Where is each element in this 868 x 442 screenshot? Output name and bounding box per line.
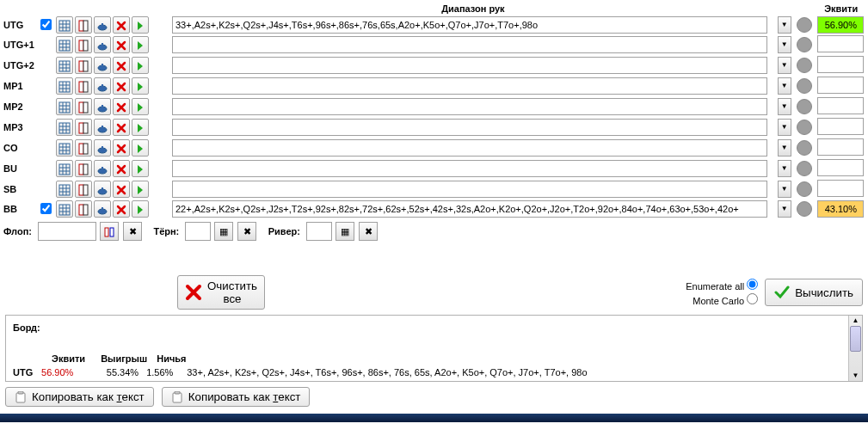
range-dropdown-button[interactable]: ▼ <box>778 98 791 115</box>
range-grid-button[interactable] <box>56 139 73 157</box>
range-dropdown-button[interactable]: ▼ <box>778 119 791 136</box>
hand-picker-button[interactable] <box>75 200 92 218</box>
range-input[interactable] <box>172 16 767 34</box>
hand-picker-button[interactable] <box>75 57 92 74</box>
enable-checkbox[interactable] <box>40 19 52 30</box>
apply-button[interactable] <box>132 36 149 53</box>
range-input[interactable] <box>172 139 767 157</box>
clear-range-button[interactable] <box>113 36 130 53</box>
range-dropdown-button[interactable]: ▼ <box>778 57 791 74</box>
range-dropdown-button[interactable]: ▼ <box>778 36 791 53</box>
turn-clear-button[interactable]: ✖ <box>237 222 256 241</box>
range-input[interactable] <box>172 200 767 218</box>
clear-range-button[interactable] <box>113 77 130 95</box>
flop-clear-button[interactable]: ✖ <box>123 222 142 241</box>
range-input[interactable] <box>172 119 767 136</box>
river-picker-button[interactable]: ▦ <box>336 222 354 241</box>
montecarlo-radio[interactable] <box>747 293 758 304</box>
range-grid-button[interactable] <box>56 160 73 177</box>
range-grid-button[interactable] <box>56 119 73 136</box>
apply-button[interactable] <box>132 181 149 198</box>
range-dropdown-button[interactable]: ▼ <box>778 200 791 218</box>
range-grid-button[interactable] <box>56 36 73 53</box>
hand-picker-button[interactable] <box>75 119 92 136</box>
apply-button[interactable] <box>132 77 149 95</box>
hand-picker-button[interactable] <box>75 160 92 177</box>
range-grid-button[interactable] <box>56 200 73 218</box>
hand-picker-button[interactable] <box>75 16 92 34</box>
range-dropdown-button[interactable]: ▼ <box>778 160 791 177</box>
enable-checkbox[interactable] <box>40 203 52 214</box>
range-input[interactable] <box>172 77 767 95</box>
clear-all-button[interactable]: Очиститьвсе <box>177 275 265 310</box>
turn-picker-button[interactable]: ▦ <box>214 222 233 241</box>
apply-button[interactable] <box>132 16 149 34</box>
color-dot-button[interactable] <box>797 181 812 197</box>
weights-button[interactable] <box>94 200 111 218</box>
hand-picker-button[interactable] <box>75 139 92 157</box>
flop-picker-button[interactable] <box>100 222 119 241</box>
color-dot-button[interactable] <box>797 201 812 217</box>
weights-button[interactable] <box>94 77 111 95</box>
range-grid-button[interactable] <box>56 57 73 74</box>
clear-range-button[interactable] <box>113 16 130 34</box>
color-dot-button[interactable] <box>797 78 812 94</box>
clear-range-button[interactable] <box>113 160 130 177</box>
range-grid-button[interactable] <box>56 98 73 115</box>
color-dot-button[interactable] <box>797 99 812 114</box>
weights-button[interactable] <box>94 57 111 74</box>
clear-range-button[interactable] <box>113 57 130 74</box>
weights-button[interactable] <box>94 181 111 198</box>
range-dropdown-button[interactable]: ▼ <box>778 181 791 198</box>
apply-button[interactable] <box>132 200 149 218</box>
turn-input[interactable] <box>185 222 211 241</box>
apply-button[interactable] <box>132 57 149 74</box>
weights-button[interactable] <box>94 139 111 157</box>
range-dropdown-button[interactable]: ▼ <box>778 16 791 34</box>
range-input[interactable] <box>172 98 767 115</box>
river-clear-button[interactable]: ✖ <box>359 222 378 241</box>
weights-button[interactable] <box>94 36 111 53</box>
range-input[interactable] <box>172 57 767 74</box>
hand-picker-button[interactable] <box>75 181 92 198</box>
clear-range-button[interactable] <box>113 181 130 198</box>
hand-picker-button[interactable] <box>75 77 92 95</box>
calculate-button[interactable]: Вычислить <box>765 279 863 306</box>
enumerate-label[interactable]: Enumerate all <box>686 281 758 292</box>
range-grid-button[interactable] <box>56 181 73 198</box>
color-dot-button[interactable] <box>797 140 812 156</box>
range-dropdown-button[interactable]: ▼ <box>778 77 791 95</box>
clear-range-button[interactable] <box>113 200 130 218</box>
color-dot-button[interactable] <box>797 161 812 176</box>
flop-input[interactable] <box>38 222 96 241</box>
river-input[interactable] <box>306 222 332 241</box>
color-dot-button[interactable] <box>797 17 812 33</box>
color-dot-button[interactable] <box>797 120 812 135</box>
clear-range-button[interactable] <box>113 98 130 115</box>
apply-button[interactable] <box>132 119 149 136</box>
color-dot-button[interactable] <box>797 37 812 52</box>
apply-button[interactable] <box>132 139 149 157</box>
hand-picker-button[interactable] <box>75 98 92 115</box>
range-grid-button[interactable] <box>56 77 73 95</box>
apply-button[interactable] <box>132 98 149 115</box>
range-input[interactable] <box>172 160 767 177</box>
weights-button[interactable] <box>94 119 111 136</box>
apply-button[interactable] <box>132 160 149 177</box>
weights-button[interactable] <box>94 98 111 115</box>
montecarlo-label[interactable]: Monte Carlo <box>693 296 758 306</box>
clear-range-button[interactable] <box>113 139 130 157</box>
results-scrollbar[interactable]: ▲ ▼ <box>848 316 862 381</box>
copy-as-text-button-1[interactable]: Копировать как текст <box>5 387 154 407</box>
range-input[interactable] <box>172 181 767 198</box>
hand-picker-button[interactable] <box>75 36 92 53</box>
weights-button[interactable] <box>94 160 111 177</box>
range-grid-button[interactable] <box>56 16 73 34</box>
range-dropdown-button[interactable]: ▼ <box>778 139 791 157</box>
color-dot-button[interactable] <box>797 58 812 73</box>
range-input[interactable] <box>172 36 767 53</box>
enumerate-radio[interactable] <box>747 279 758 290</box>
clear-range-button[interactable] <box>113 119 130 136</box>
weights-button[interactable] <box>94 16 111 34</box>
copy-as-text-button-2[interactable]: Копировать как текст <box>162 387 311 407</box>
